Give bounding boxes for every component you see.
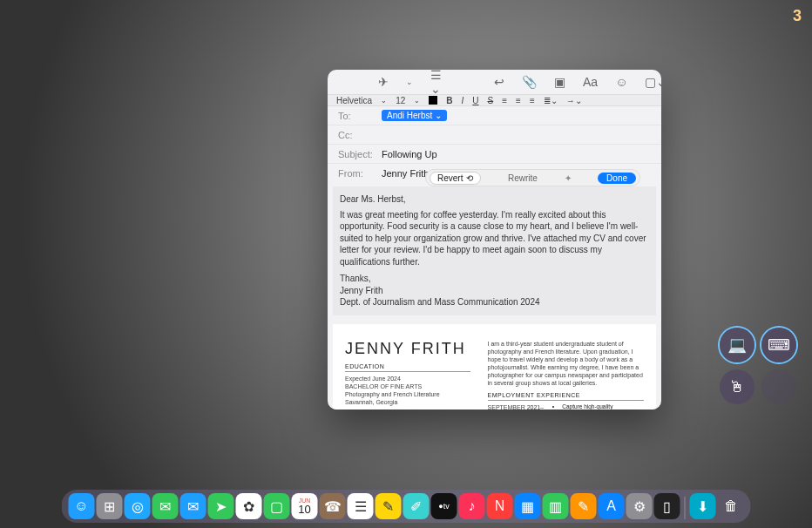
font-picker[interactable]: Helvetica — [336, 96, 372, 105]
dock-downloads[interactable]: ⬇ — [690, 493, 716, 519]
sparkle-icon[interactable]: ✦ — [565, 173, 572, 183]
dock-appstore[interactable]: A — [599, 493, 625, 519]
dock-launchpad[interactable]: ⊞ — [97, 493, 123, 519]
align-right-icon[interactable]: ≡ — [530, 96, 535, 105]
dock-trash[interactable]: 🗑 — [718, 493, 744, 519]
from-label: From: — [338, 168, 382, 179]
underline-button[interactable]: U — [472, 96, 478, 105]
align-left-icon[interactable]: ≡ — [502, 96, 507, 105]
strike-button[interactable]: S — [488, 96, 494, 105]
compose-window: ✈ ⌄ ☰ ⌄ ↩ 📎 ▣ Aa ☺ ▢⌄ Helvetica⌄ 12⌄ B I… — [328, 70, 661, 410]
bold-button[interactable]: B — [446, 96, 452, 105]
format-icon[interactable]: Aa — [583, 75, 598, 89]
italic-button[interactable]: I — [462, 96, 464, 105]
color-picker[interactable] — [429, 96, 437, 105]
revert-icon: ⟲ — [466, 173, 473, 183]
dock-mail[interactable]: ✉ — [180, 493, 206, 519]
format-bar: Helvetica⌄ 12⌄ B I U S ≡ ≡ ≡ ≣⌄ →⌄ — [328, 94, 661, 106]
tips-badge: 3 — [793, 7, 802, 25]
resume-summary: I am a third-year student undergraduate … — [488, 340, 644, 388]
indent-icon[interactable]: →⌄ — [566, 96, 582, 105]
markup-icon[interactable]: ▢⌄ — [645, 75, 661, 89]
dock-calendar[interactable]: JUN10 — [292, 493, 318, 519]
photos-widget[interactable] — [0, 21, 179, 195]
photo-icon[interactable]: ▣ — [554, 75, 565, 89]
reply-icon[interactable]: ↩ — [494, 75, 504, 89]
subject-label: Subject: — [338, 149, 382, 159]
revert-button[interactable]: Revert ⟲ — [430, 172, 481, 185]
dock-freeform[interactable]: ✐ — [403, 493, 430, 519]
message-body[interactable]: Dear Ms. Herbst, It was great meeting fo… — [333, 186, 656, 315]
send-icon[interactable]: ✈ — [378, 75, 389, 89]
font-size[interactable]: 12 — [396, 96, 405, 105]
to-recipient[interactable]: Andi Herbst ⌄ — [382, 110, 447, 121]
laptop-icon[interactable]: 💻 — [720, 328, 754, 362]
dock-contacts[interactable]: ☎ — [320, 493, 346, 519]
dock-iphone[interactable]: ▯ — [654, 493, 680, 519]
dock-pages[interactable]: ✎ — [571, 493, 597, 519]
keyboard-icon[interactable]: ⌨ — [761, 328, 796, 362]
dock-notes[interactable]: ✎ — [376, 493, 402, 519]
resume-name: JENNY FRITH — [345, 340, 470, 358]
dock-photos[interactable]: ✿ — [236, 493, 262, 519]
attach-icon[interactable]: 📎 — [522, 75, 537, 89]
dock: ☺⊞◎✉✉➤✿▢JUN10☎☰✎✐●tv♪N▦▥✎A⚙▯ ⬇🗑 — [62, 490, 751, 523]
empty-accessory[interactable] — [761, 369, 796, 404]
align-center-icon[interactable]: ≡ — [516, 96, 521, 105]
chevron-down-icon[interactable]: ⌄ — [406, 78, 413, 86]
to-label: To: — [338, 111, 382, 121]
mouse-icon[interactable]: 🖱 — [720, 369, 754, 404]
dock-facetime[interactable]: ▢ — [264, 493, 290, 519]
cc-label: Cc: — [338, 130, 382, 140]
rewrite-bar: Revert ⟲ Rewrite ✦ Done — [425, 169, 640, 186]
emoji-icon[interactable]: ☺ — [615, 75, 627, 89]
from-field[interactable]: Jenny Frith — [382, 168, 429, 179]
attachment-preview[interactable]: JENNY FRITH EDUCATION Expected June 2024… — [333, 324, 656, 410]
dock-separator — [685, 497, 686, 519]
dock-tv[interactable]: ●tv — [431, 493, 457, 519]
cc-field[interactable] — [382, 130, 651, 140]
dock-reminders[interactable]: ☰ — [348, 493, 374, 519]
dock-messages[interactable]: ✉ — [152, 493, 179, 519]
rewrite-label: Rewrite — [508, 173, 538, 183]
dock-keynote[interactable]: ▦ — [515, 493, 541, 519]
header-fields-icon[interactable]: ☰ ⌄ — [430, 70, 442, 96]
dock-news[interactable]: N — [487, 493, 513, 519]
list-icon[interactable]: ≣⌄ — [544, 96, 558, 105]
dock-maps[interactable]: ➤ — [208, 493, 234, 519]
dock-finder[interactable]: ☺ — [69, 493, 95, 519]
dock-numbers[interactable]: ▥ — [543, 493, 569, 519]
dock-music[interactable]: ♪ — [459, 493, 485, 519]
accessory-buttons: 💻 ⌨ 🖱 — [720, 328, 796, 404]
compose-titlebar[interactable]: ✈ ⌄ ☰ ⌄ ↩ 📎 ▣ Aa ☺ ▢⌄ — [328, 70, 661, 94]
subject-field[interactable]: Following Up — [382, 149, 437, 159]
dock-settings[interactable]: ⚙ — [626, 493, 653, 519]
dock-safari[interactable]: ◎ — [125, 493, 151, 519]
done-button[interactable]: Done — [598, 173, 636, 184]
